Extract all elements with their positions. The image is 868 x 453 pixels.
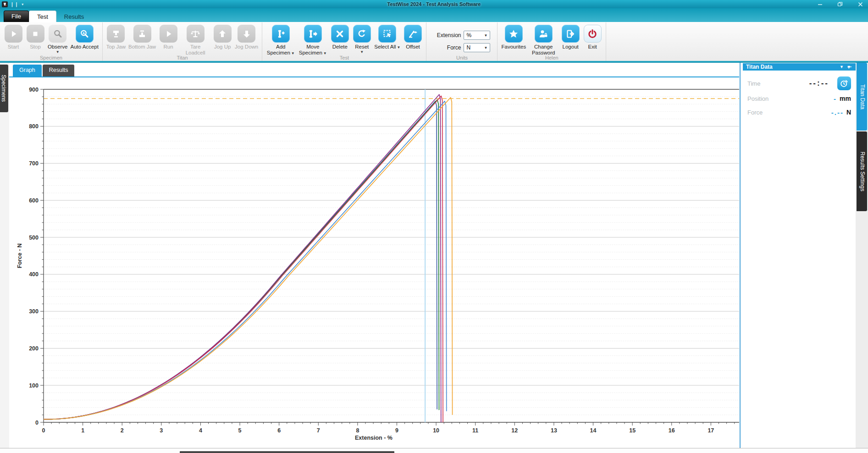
play-icon [160,25,177,43]
bottom-jaw-button[interactable]: Bottom Jaw [127,24,157,50]
delete-button[interactable]: Delete [329,24,351,50]
dropdown-caret-icon[interactable]: ▼ [397,45,401,49]
run-button[interactable]: Run [157,24,179,50]
tab-graph-results[interactable]: Results [43,65,75,76]
timer-icon[interactable] [837,76,851,90]
button-label: Observe [48,44,67,50]
observe-button[interactable]: Observe ▼ [46,24,69,54]
force-unit-label: Force [433,44,461,51]
x-axis-label: Extension - % [355,435,393,441]
star-icon [505,25,523,43]
extension-unit-select[interactable]: % ▼ [464,31,490,40]
person-lock-icon [535,25,553,43]
series-specimen-4 [44,96,443,423]
ribbon-group-titan: Top Jaw Bottom Jaw Run Tare Loadcell Jog… [103,22,262,61]
select-all-button[interactable]: Select All▼ [373,24,402,50]
power-icon [584,25,602,43]
main-content: Specimens Graph Results 0100200300400500… [0,63,868,448]
sidebar-tab-specimens[interactable]: Specimens [0,65,8,112]
series-specimen-3 [44,94,441,422]
magnifier-a-icon: A [76,25,94,43]
sidebar-tab-results-settings[interactable]: Results Settings [857,131,867,211]
position-unit: mm [840,95,851,102]
tab-file[interactable]: File [4,11,29,22]
force-unit: N [846,109,851,116]
jog-up-button[interactable]: Jog Up [211,24,233,50]
panel-splitter[interactable] [740,63,741,448]
tare-loadcell-button[interactable]: Tare Loadcell [179,24,211,56]
change-password-button[interactable]: Change Password [527,24,559,56]
svg-text:A: A [83,31,85,35]
reset-button[interactable]: Reset ▼ [351,24,373,54]
button-label: Reset [355,44,369,50]
exit-button[interactable]: Exit [581,24,603,50]
button-label: Change Password [529,44,558,56]
force-value: -.-- [831,109,844,116]
sidebar-tab-titan-data[interactable]: Titan Data [857,63,867,131]
bottom-jaw-icon [133,25,151,43]
start-button[interactable]: Start [2,24,24,50]
chevron-down-icon: ▼ [484,33,488,38]
close-button[interactable] [856,1,864,7]
svg-text:4: 4 [199,427,202,434]
play-icon [5,25,22,43]
dropdown-caret-icon[interactable]: ▼ [56,50,60,54]
button-label: Delete [332,44,348,50]
ribbon-group-units: Extension % ▼ Force N ▼ Units [426,22,498,61]
group-label-test: Test [262,55,426,60]
offset-button[interactable]: Offset [402,24,424,50]
force-unit-value: N [466,44,470,51]
reset-icon [353,25,371,43]
restore-button[interactable] [836,1,844,7]
svg-text:12: 12 [511,427,518,434]
auto-accept-button[interactable]: A Auto Accept [69,24,100,50]
titan-data-title: Titan Data [746,64,840,70]
svg-text:1: 1 [81,427,84,434]
position-label: Position [747,95,783,102]
top-jaw-button[interactable]: Top Jaw [105,24,127,50]
titan-row-force: Force -.-- N [743,105,856,119]
button-label: Stop [30,44,41,50]
button-label: Offset [406,44,420,50]
titan-data-header[interactable]: Titan Data ▼ [743,63,856,71]
svg-text:13: 13 [551,427,557,434]
chevron-down-icon[interactable]: ▼ [840,65,844,69]
button-label: Logout [563,44,579,50]
time-value: --:-- [809,79,829,88]
ribbon-group-test: Add Specimen▼ Move Specimen▼ Delete Rese… [262,22,426,61]
tab-test[interactable]: Test [29,11,56,22]
series-specimen-1 [44,101,437,420]
pin-icon[interactable] [847,64,852,70]
force-extension-chart: 0100200300400500600700800900012345678910… [9,77,739,448]
group-label-helen: Helen [498,55,606,60]
favourites-button[interactable]: Favourites [500,24,527,50]
svg-text:3: 3 [160,427,163,434]
status-bar [0,448,868,453]
dropdown-caret-icon[interactable]: ▼ [360,50,364,54]
tab-graph[interactable]: Graph [13,65,42,76]
position-value: - [834,95,837,103]
group-label-specimen: Specimen [0,55,102,60]
ribbon-group-specimen: Start Stop Observe ▼ A Auto Accept Speci… [0,22,103,61]
add-specimen-button[interactable]: Add Specimen▼ [265,24,297,56]
stop-icon [27,25,44,43]
tab-results[interactable]: Results [56,11,92,22]
svg-text:600: 600 [29,197,39,204]
stop-button[interactable]: Stop [24,24,46,50]
svg-text:0: 0 [42,427,45,434]
right-edge-strip: Titan Data Results Settings [856,63,868,448]
jog-down-button[interactable]: Jog Down [233,24,260,50]
select-all-icon [378,25,396,43]
logout-button[interactable]: Logout [559,24,581,50]
graph-panel: Graph Results 01002003004005006007008009… [9,65,739,448]
clipped-taskbar-artifact [180,451,394,453]
svg-text:700: 700 [29,160,39,167]
ribbon: Start Stop Observe ▼ A Auto Accept Speci… [0,22,868,61]
minimize-button[interactable] [816,1,824,7]
move-specimen-button[interactable]: Move Specimen▼ [297,24,329,56]
svg-text:16: 16 [669,427,675,434]
force-unit-select[interactable]: N ▼ [464,43,490,52]
magnifier-icon [49,25,66,43]
svg-text:9: 9 [395,427,398,434]
svg-text:900: 900 [29,87,39,93]
